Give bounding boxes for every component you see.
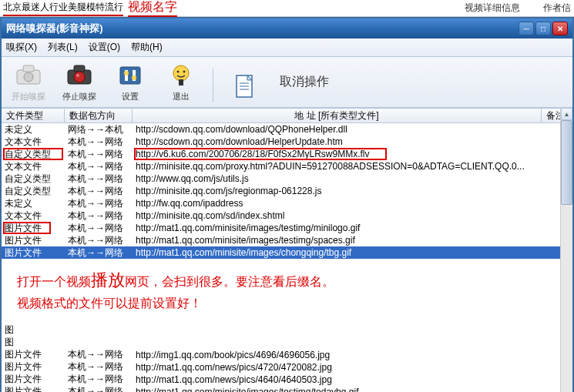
table-row[interactable]: 图片文件本机→→网络http://mat1.qq.com/minisite/im… [2,234,572,246]
cell: http://mat1.qq.com/minisite/images/testi… [133,387,572,392]
cell: http://fw.qq.com/ipaddress [133,198,572,209]
cell: 未定义 [2,197,65,210]
menu-help[interactable]: 帮助(H) [131,41,163,54]
table-row[interactable]: 未定义网络→→本机http://scdown.qq.com/download/Q… [2,123,572,136]
table-row[interactable]: 自定义类型本机→→网络http://www.qq.com/js/utils.js [2,173,572,185]
table-row[interactable]: 图 [2,337,572,349]
svg-rect-7 [120,67,140,84]
stop-sniff-button[interactable]: 停止嗅探 [57,62,102,102]
titlebar[interactable]: 网络嗅探器(影音神探) ─ □ ✕ [2,18,572,39]
scroll-up-icon[interactable]: ▲ [561,108,572,120]
cell: 图片文件 [2,348,65,361]
cell: 图片文件 [2,234,65,247]
cell: 文本文件 [2,160,65,173]
cell: 本机→→网络 [65,136,133,149]
cell: http://mat1.qq.com/news/pics/4640/464050… [133,374,572,385]
cell: 文本文件 [2,209,65,223]
camera-red-icon [65,62,93,89]
close-button[interactable]: ✕ [552,22,568,35]
cell: http://mat1.qq.com/minisite/images/chong… [133,247,572,258]
table-row[interactable]: 文本文件本机→→网络http://scdown.qq.com/download/… [2,136,572,148]
col-url[interactable]: 地 址 [所有类型文件] [133,109,542,122]
toolbar-divider [213,69,213,102]
cell: 未定义 [2,123,65,136]
data-table: 文件类型 数据包方向 地 址 [所有类型文件] 备注 未定义网络→→本机http… [2,108,572,392]
toolbar-label: 设置 [122,91,139,102]
cell: http://minisite.qq.com/proxy.html?ADUIN=… [133,161,572,172]
exit-button[interactable]: 退出 [159,62,203,102]
svg-rect-4 [74,65,85,72]
menubar: 嗅探(X) 列表(L) 设置(O) 帮助(H) [2,39,572,57]
top-link-detail[interactable]: 视频详细信息 [465,2,520,15]
table-body-2: 图图片文件本机→→网络http://img1.qq.com/book/pics/… [2,337,572,392]
menu-list[interactable]: 列表(L) [48,41,78,54]
toolbar-label: 退出 [173,91,190,102]
cell: 本机→→网络 [65,360,133,374]
table-row[interactable]: 图片文件本机→→网络http://mat1.qq.com/minisite/im… [2,246,572,259]
cell: 网络→→本机 [65,123,133,136]
top-link-author[interactable]: 作者信 [543,2,571,15]
start-sniff-button[interactable]: 开始嗅探 [6,62,51,102]
cell: 本机→→网络 [65,373,133,386]
exit-icon [167,62,195,89]
cell: 图片文件 [2,360,65,374]
svg-point-5 [74,72,85,82]
table-header: 文件类型 数据包方向 地 址 [所有类型文件] 备注 [2,108,572,123]
svg-point-14 [183,71,186,73]
table-row[interactable]: 自定义类型本机→→网络http://minisite.qq.com/js/reg… [2,185,572,197]
svg-point-6 [76,74,79,77]
table-row[interactable]: 图片文件本机→→网络http://mat1.qq.com/news/pics/4… [2,374,572,386]
toolbar-label: 停止嗅探 [62,91,96,102]
cancel-op-icon-button[interactable] [223,73,267,102]
camera-icon [15,62,42,89]
cell: http://scdown.qq.com/download/HelperUpda… [133,136,572,147]
cell: http://mat1.qq.com/minisite/images/testi… [133,235,572,246]
table-row[interactable]: 图 [2,324,572,337]
cell: 本机→→网络 [65,173,133,186]
cell: 自定义类型 [2,148,65,161]
cell: 文本文件 [2,136,65,149]
cell: 图片文件 [2,222,65,235]
window-title: 网络嗅探器(影音神探) [6,22,519,35]
cell: 本机→→网络 [65,185,133,198]
cell: http://www.qq.com/js/utils.js [133,173,572,184]
cell: 图片文件 [2,385,65,392]
cell: 图 [2,336,65,349]
table-row[interactable]: 图片文件本机→→网络http://img1.qq.com/book/pics/4… [2,349,572,361]
settings-icon [116,62,144,89]
svg-point-13 [177,71,180,73]
svg-point-10 [124,71,129,75]
menu-sniff[interactable]: 嗅探(X) [6,41,37,54]
menu-settings[interactable]: 设置(O) [89,41,120,54]
svg-point-2 [24,72,33,82]
cell: 本机→→网络 [65,246,133,260]
page-title: 北京最迷人行业美腿模特流行 [3,1,123,16]
cell: 本机→→网络 [65,160,133,173]
svg-point-12 [173,65,189,81]
table-row[interactable]: 自定义类型本机→→网络http://v6.ku6.com/200706/28/1… [2,148,572,160]
cell: http://v6.ku6.com/200706/28/18/F0fSx2MyL… [133,149,572,159]
cell: 本机→→网络 [65,209,133,223]
cell: http://minisite.qq.com/js/regionmap-0612… [133,186,572,196]
minimize-button[interactable]: ─ [519,22,534,35]
cell: 本机→→网络 [65,234,133,247]
maximize-button[interactable]: □ [535,22,551,35]
table-row[interactable]: 图片文件本机→→网络http://mat1.qq.com/minisite/im… [2,222,572,234]
vertical-scrollbar[interactable]: ▲ ▼ [560,108,572,392]
top-bar: 北京最迷人行业美腿模特流行 视频名字 视频详细信息 作者信 [0,0,574,17]
table-row[interactable]: 文本文件本机→→网络http://minisite.qq.com/sd/inde… [2,209,572,222]
cancel-op-label[interactable]: 取消操作 [280,74,329,90]
scroll-thumb[interactable] [561,120,572,205]
toolbar: 开始嗅探 停止嗅探 设置 退出 取消操作 [2,57,572,108]
table-row[interactable]: 文本文件本机→→网络http://minisite.qq.com/proxy.h… [2,160,572,173]
table-row[interactable]: 未定义本机→→网络http://fw.qq.com/ipaddress [2,197,572,209]
cell: http://minisite.qq.com/sd/index.shtml [133,210,572,221]
svg-rect-1 [23,65,34,72]
table-row[interactable]: 图片文件本机→→网络http://mat1.qq.com/news/pics/4… [2,361,572,374]
col-direction[interactable]: 数据包方向 [65,109,133,122]
annotation-video-name: 视频名字 [128,0,177,17]
svg-rect-15 [179,79,183,85]
settings-button[interactable]: 设置 [108,62,153,102]
col-filetype[interactable]: 文件类型 [2,109,65,122]
table-row[interactable]: 图片文件本机→→网络http://mat1.qq.com/minisite/im… [2,386,572,392]
